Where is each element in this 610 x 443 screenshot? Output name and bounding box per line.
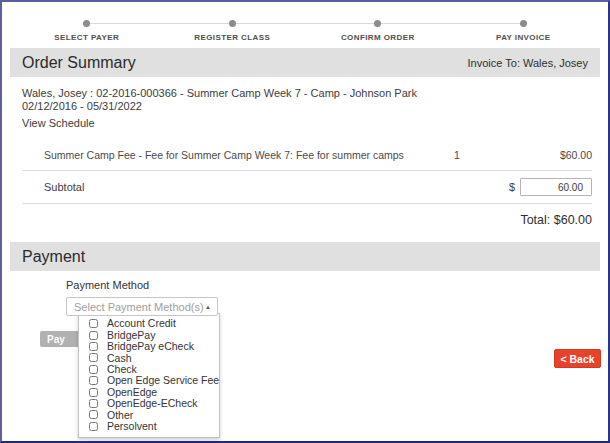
payment-area: Payment Method Select Payment Method(s) … — [2, 271, 608, 431]
subtotal-amount-input[interactable] — [520, 178, 592, 196]
subtotal-label: Subtotal — [22, 181, 412, 193]
fee-quantity: 1 — [412, 149, 502, 161]
currency-symbol: $ — [509, 181, 515, 193]
option-openedge-echeck[interactable]: OpenEdge-ECheck — [79, 398, 219, 409]
order-summary-header: Order Summary Invoice To: Wales, Josey — [10, 48, 600, 77]
order-summary-body: Wales, Josey : 02-2016-000366 - Summer C… — [2, 77, 608, 131]
stepper-step-pay-invoice: PAY INVOICE — [451, 17, 597, 42]
checkbox-cash[interactable] — [89, 353, 98, 362]
order-total-text: Total: $60.00 — [2, 204, 608, 227]
checkbox-bridgepay-echeck[interactable] — [89, 342, 98, 351]
payment-title: Payment — [22, 248, 85, 266]
payment-header: Payment — [10, 242, 600, 271]
checkbox-openedge[interactable] — [89, 388, 98, 397]
option-account-credit[interactable]: Account Credit — [79, 318, 219, 329]
option-bridgepay[interactable]: BridgePay — [79, 329, 219, 340]
option-open-edge-service-fee[interactable]: Open Edge Service Fee — [79, 375, 219, 386]
checkbox-other[interactable] — [89, 410, 98, 419]
payment-method-label: Payment Method — [66, 279, 608, 291]
step-label: CONFIRM ORDER — [305, 33, 451, 42]
option-cash[interactable]: Cash — [79, 352, 219, 363]
step-label: PAY INVOICE — [451, 33, 597, 42]
stepper-step-register-class: REGISTER CLASS — [160, 17, 306, 42]
step-label: SELECT PAYER — [14, 33, 160, 42]
pay-button[interactable]: Pay — [40, 331, 82, 347]
option-bridgepay-echeck[interactable]: BridgePay eCheck — [79, 341, 219, 352]
checkbox-check[interactable] — [89, 365, 98, 374]
chevron-up-icon: ▲ — [205, 304, 211, 310]
option-other[interactable]: Other — [79, 409, 219, 420]
option-openedge[interactable]: OpenEdge — [79, 386, 219, 397]
checkbox-bridgepay[interactable] — [89, 331, 98, 340]
subtotal-row: Subtotal $ — [22, 171, 592, 204]
order-item-date-range: 02/12/2016 - 05/31/2022 — [22, 100, 592, 113]
option-check[interactable]: Check — [79, 364, 219, 375]
fee-line-row: Summer Camp Fee - Fee for Summer Camp We… — [22, 145, 592, 171]
invoice-to-text: Invoice To: Wales, Josey — [468, 57, 588, 69]
stepper-step-confirm-order: CONFIRM ORDER — [305, 17, 451, 42]
checkbox-persolvent[interactable] — [89, 422, 98, 431]
checkbox-open-edge-service-fee[interactable] — [89, 376, 98, 385]
view-schedule-link[interactable]: View Schedule — [22, 117, 95, 130]
step-label: REGISTER CLASS — [160, 33, 306, 42]
stepper-step-select-payer: SELECT PAYER — [14, 17, 160, 42]
payment-method-select[interactable]: Select Payment Method(s) ▲ — [66, 297, 218, 316]
order-summary-title: Order Summary — [22, 54, 136, 72]
step-dot-icon — [374, 20, 381, 27]
payment-method-placeholder: Select Payment Method(s) — [74, 301, 204, 313]
back-button[interactable]: < Back — [554, 349, 601, 368]
order-item-description: Wales, Josey : 02-2016-000366 - Summer C… — [22, 87, 592, 100]
fee-amount: $60.00 — [502, 149, 592, 161]
option-persolvent[interactable]: Persolvent — [79, 421, 219, 432]
order-payment-page: { "stepper": { "steps": [ { "label": "SE… — [0, 0, 610, 443]
step-dot-icon — [83, 20, 90, 27]
fee-description: Summer Camp Fee - Fee for Summer Camp We… — [22, 149, 412, 161]
wizard-stepper: SELECT PAYER REGISTER CLASS CONFIRM ORDE… — [2, 2, 608, 48]
checkbox-openedge-echeck[interactable] — [89, 399, 98, 408]
checkbox-account-credit[interactable] — [89, 319, 98, 328]
subtotal-input-group: $ — [509, 178, 592, 196]
step-dot-icon — [520, 20, 527, 27]
payment-method-dropdown-panel: Account Credit BridgePay BridgePay eChec… — [78, 313, 220, 438]
step-dot-icon — [229, 20, 236, 27]
